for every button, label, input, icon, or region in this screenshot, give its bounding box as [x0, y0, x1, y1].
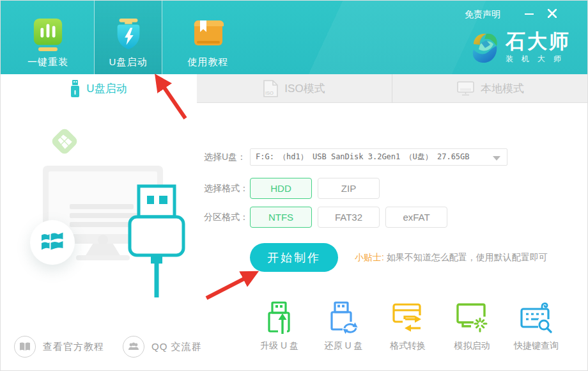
tool-simulate-boot[interactable]: 模拟启动 [442, 300, 503, 352]
format-label: 选择格式： [204, 183, 250, 194]
monitor-stand-base [76, 255, 130, 260]
tab-usb-boot[interactable]: U盘启动 [1, 74, 197, 103]
tip-body: 如果不知道怎么配置，使用默认配置即可 [387, 252, 548, 262]
mode-tabbar: U盘启动 ISO ISO模式 本地模式 [1, 74, 588, 103]
windows-tile-icon [50, 127, 79, 155]
windows-flag-badge [30, 220, 75, 265]
main-content: 选择U盘： F:G: （hd1） USB SanDisk 3.2Gen1 （U盘… [1, 103, 588, 371]
format-option-zip[interactable]: ZIP [318, 178, 380, 199]
partition-label: 分区格式： [204, 212, 250, 223]
format-option-hdd[interactable]: HDD [250, 178, 312, 199]
official-tutorial-link[interactable]: 查看官方教程 [14, 336, 104, 358]
partition-option-exfat[interactable]: exFAT [385, 207, 447, 228]
iso-file-icon: ISO [263, 80, 278, 97]
usb-select-value: F:G: （hd1） USB SanDisk 3.2Gen1 （U盘） 27.6… [256, 152, 470, 162]
partition-option-ntfs[interactable]: NTFS [250, 207, 312, 228]
usb-shield-icon [111, 18, 146, 51]
brand-subtitle: 装机大师 [506, 54, 579, 65]
toolbar-item-usb-boot[interactable]: U盘启动 [94, 1, 162, 74]
monitor-icon [457, 81, 474, 96]
book-circle-icon [14, 336, 36, 358]
tools-row: 升级 U 盘 [249, 300, 567, 352]
chevron-down-icon [493, 156, 500, 161]
tab-iso-mode[interactable]: ISO ISO模式 [197, 74, 392, 103]
tool-hotkey-query[interactable]: 快捷键查询 [506, 300, 567, 352]
simulate-boot-icon [456, 300, 488, 335]
tool-restore-usb[interactable]: 还原 U 盘 [313, 300, 375, 352]
usb-upgrade-icon [265, 300, 294, 335]
monitor-dot [98, 235, 108, 245]
icon-base-bar [38, 47, 58, 51]
partition-row: 分区格式： NTFS FAT32 exFAT [204, 207, 453, 228]
tool-format-convert[interactable]: 格式转换 [377, 300, 438, 352]
tip-text: 小贴士: 如果不知道怎么配置，使用默认配置即可 [355, 252, 548, 264]
monitor-stand [85, 244, 121, 257]
minimize-button[interactable] [525, 13, 534, 15]
usb-restore-icon [329, 300, 359, 335]
usb-select-row: 选择U盘： F:G: （hd1） USB SanDisk 3.2Gen1 （U盘… [204, 148, 507, 166]
partition-option-fat32[interactable]: FAT32 [318, 207, 380, 228]
usb-select-dropdown[interactable]: F:G: （hd1） USB SanDisk 3.2Gen1 （U盘） 27.6… [250, 148, 507, 166]
toolbar-item-label: U盘启动 [109, 56, 148, 68]
brand-name: 石大师 [506, 31, 571, 52]
tip-prefix: 小贴士: [355, 252, 384, 262]
chart-green-icon [33, 18, 63, 51]
usb-illustration [1, 103, 212, 314]
format-convert-icon [392, 300, 423, 335]
hotkey-query-icon [520, 300, 552, 335]
close-button[interactable] [548, 9, 557, 18]
book-orange-icon [193, 18, 224, 51]
usb-stick-icon [70, 80, 80, 98]
tool-upgrade-usb[interactable]: 升级 U 盘 [249, 300, 310, 352]
title-bar: 一键重装 U盘启动 [1, 1, 588, 74]
qq-group-link[interactable]: QQ 交流群 [123, 336, 202, 358]
brand-logo: 石大师 装机大师 [468, 31, 571, 65]
disclaimer-link[interactable]: 免责声明 [465, 9, 500, 20]
format-row: 选择格式： HDD ZIP [204, 178, 385, 199]
toolbar-item-reinstall[interactable]: 一键重装 [19, 1, 77, 74]
toolbar-item-tutorial[interactable]: 使用教程 [174, 1, 242, 74]
minimize-icon [525, 13, 534, 15]
toolbar-item-label: 使用教程 [188, 56, 229, 68]
usb-plug-illustration [127, 184, 186, 299]
qq-group-icon [123, 336, 144, 358]
toolbar-item-label: 一键重装 [27, 56, 68, 68]
close-icon [548, 9, 557, 18]
start-create-button[interactable]: 开始制作 [250, 243, 338, 272]
tab-local-mode[interactable]: 本地模式 [392, 74, 588, 103]
app-window: 一键重装 U盘启动 [0, 0, 588, 371]
svg-text:ISO: ISO [265, 90, 274, 96]
usb-select-label: 选择U盘： [204, 152, 250, 163]
brand-logo-icon [468, 31, 499, 65]
